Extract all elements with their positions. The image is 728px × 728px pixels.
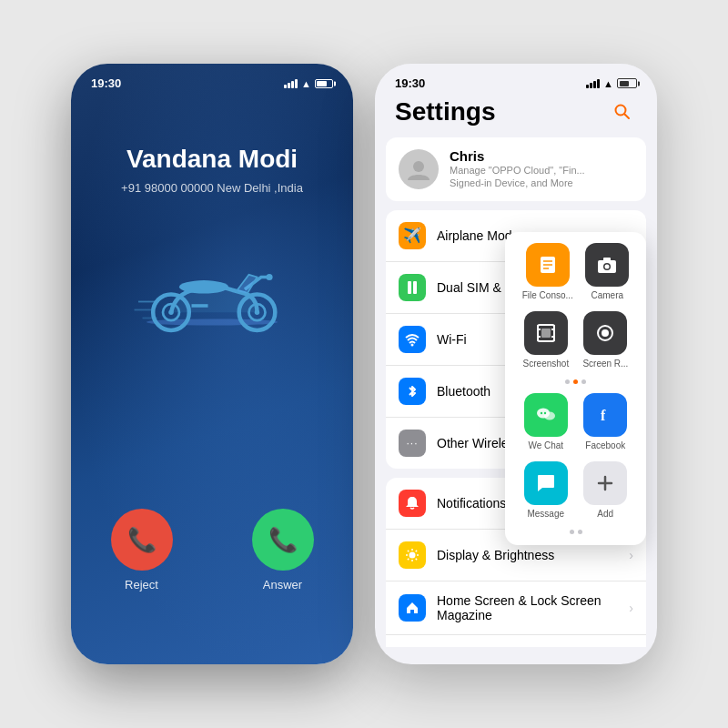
avatar	[399, 149, 439, 189]
camera-icon	[585, 243, 629, 287]
other-wireless-icon: ···	[399, 430, 426, 457]
svg-line-24	[416, 558, 417, 559]
file-console-label: File Conso...	[522, 290, 573, 300]
svg-line-23	[408, 550, 409, 551]
profile-sub2: Signed-in Device, and More	[450, 177, 585, 189]
caller-info: +91 98000 00000 New Delhi ,India	[121, 181, 303, 195]
svg-point-49	[541, 412, 542, 414]
notifications-icon	[399, 490, 426, 517]
call-buttons: 📞 Reject 📞 Answer	[71, 509, 353, 592]
profile-name: Chris	[450, 148, 585, 164]
facebook-icon: f	[583, 393, 627, 437]
wechat-item[interactable]: We Chat	[524, 393, 568, 450]
popup-row-1: File Conso... Camera	[516, 243, 635, 300]
chevron-icon: ›	[629, 601, 633, 615]
svg-line-25	[416, 550, 417, 551]
message-item[interactable]: Message	[524, 461, 568, 519]
svg-point-8	[266, 274, 272, 280]
popup-row-4: Message Add	[516, 461, 635, 519]
svg-point-18	[410, 551, 416, 558]
reject-label: Reject	[125, 578, 158, 592]
svg-point-17	[411, 343, 414, 346]
quick-access-popup: File Conso... Camera	[505, 232, 646, 545]
svg-point-33	[605, 265, 610, 269]
file-console-item[interactable]: File Conso...	[522, 243, 573, 300]
battery-icon	[315, 79, 333, 88]
sound-item[interactable]: Sound & Vibration ›	[386, 635, 646, 647]
settings-screen: 19:30 ▲ Settings	[375, 64, 657, 664]
facebook-item[interactable]: f Facebook	[583, 393, 627, 450]
svg-point-7	[179, 280, 228, 293]
profile-sub1: Manage "OPPO Cloud", "Fin...	[450, 164, 585, 177]
time-right: 19:30	[395, 76, 425, 90]
popup-row-3: We Chat f Facebook	[516, 393, 635, 450]
battery-icon-right	[617, 78, 637, 88]
message-label: Message	[527, 509, 564, 519]
chevron-icon: ›	[629, 548, 633, 562]
dual-sim-icon	[399, 274, 426, 301]
reject-button-container[interactable]: 📞 Reject	[111, 509, 173, 592]
status-icons-left: ▲	[284, 78, 333, 89]
file-console-icon	[526, 243, 570, 287]
svg-line-26	[408, 558, 409, 559]
add-icon	[583, 461, 627, 505]
camera-item[interactable]: Camera	[585, 243, 629, 300]
screenshot-label: Screenshot	[523, 359, 570, 369]
answer-button-container[interactable]: 📞 Answer	[252, 509, 314, 592]
status-bar-left: 19:30 ▲	[71, 64, 353, 90]
svg-line-13	[625, 115, 630, 119]
wifi-icon: ▲	[301, 78, 311, 89]
svg-point-14	[413, 161, 424, 172]
message-icon	[524, 461, 568, 505]
svg-rect-15	[408, 281, 411, 294]
bluetooth-icon	[399, 378, 426, 405]
screen-record-item[interactable]: Screen R...	[582, 311, 628, 369]
home-screen-icon	[399, 594, 426, 622]
reject-button[interactable]: 📞	[111, 509, 173, 571]
screen-record-icon	[583, 311, 627, 355]
time-left: 19:30	[91, 76, 121, 90]
settings-title: Settings	[395, 97, 495, 126]
display-icon	[399, 541, 426, 569]
search-icon[interactable]	[608, 97, 637, 126]
screenshot-item[interactable]: Screenshot	[523, 311, 570, 369]
answer-button[interactable]: 📞	[252, 509, 314, 571]
home-screen-label: Home Screen & Lock Screen Magazine	[437, 593, 629, 622]
camera-label: Camera	[591, 290, 623, 300]
wifi-settings-icon	[399, 326, 426, 353]
profile-section[interactable]: Chris Manage "OPPO Cloud", "Fin... Signe…	[386, 137, 646, 201]
page-indicator-2	[516, 530, 635, 534]
wechat-label: We Chat	[528, 440, 563, 450]
scooter-image	[71, 222, 353, 340]
add-label: Add	[597, 509, 613, 519]
signal-icon	[284, 79, 298, 88]
home-screen-item[interactable]: Home Screen & Lock Screen Magazine ›	[386, 581, 646, 635]
status-icons-right: ▲	[586, 78, 637, 89]
screen-record-label: Screen R...	[582, 359, 628, 369]
answer-label: Answer	[263, 578, 302, 592]
facebook-label: Facebook	[585, 440, 625, 450]
svg-point-46	[602, 329, 609, 337]
caller-name: Vandana Modi	[126, 145, 298, 174]
airplane-mode-icon: ✈️	[399, 222, 426, 249]
svg-text:f: f	[601, 408, 606, 423]
display-label: Display & Brightness	[437, 548, 629, 562]
svg-rect-34	[603, 258, 611, 261]
svg-rect-16	[413, 281, 417, 294]
wechat-icon	[524, 393, 568, 437]
svg-rect-36	[541, 329, 551, 338]
popup-row-2: Screenshot Screen R...	[516, 311, 635, 369]
add-item[interactable]: Add	[583, 461, 627, 519]
signal-icon-right	[586, 79, 600, 88]
status-bar-right: 19:30 ▲	[375, 64, 657, 90]
incoming-call-screen: 19:30 ▲ Vandana Modi +91 98000 00000 New…	[71, 64, 353, 664]
svg-point-50	[544, 412, 546, 414]
call-content: Vandana Modi +91 98000 00000 New Delhi ,…	[71, 90, 353, 195]
screenshot-icon	[524, 311, 568, 355]
settings-header: Settings	[375, 90, 657, 137]
wifi-icon-right: ▲	[603, 78, 613, 89]
